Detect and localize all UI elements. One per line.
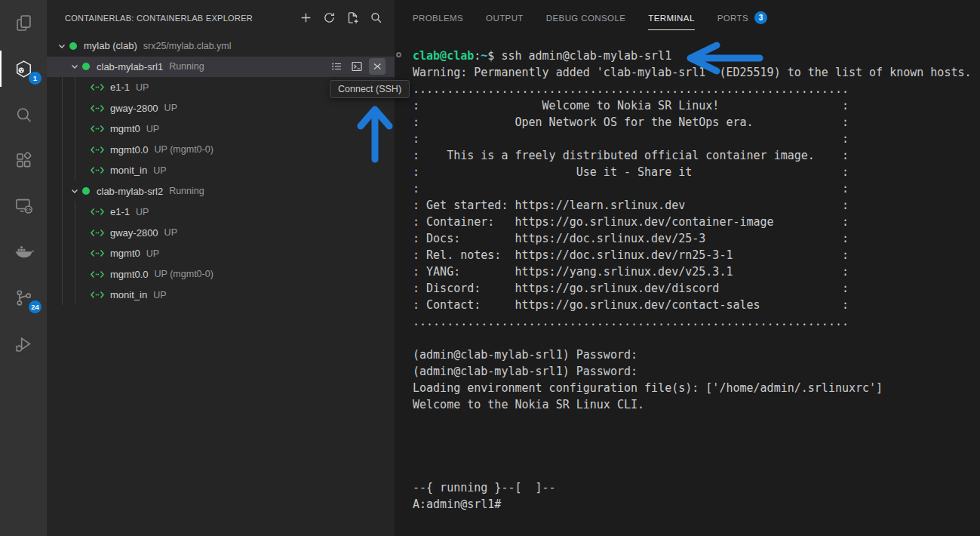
activity-remote-explorer[interactable] bbox=[0, 187, 47, 223]
tree-interface-monit-in[interactable]: monit_in UP bbox=[47, 160, 395, 181]
terminal-line: Loading environment configuration file(s… bbox=[413, 380, 972, 396]
terminal-line: Welcome to the Nokia SR Linux CLI. bbox=[413, 396, 972, 413]
tree-interface-mgmt0[interactable]: mgmt0 UP bbox=[47, 243, 395, 264]
tree-lab-mylab[interactable]: mylab (clab) srx25/mylab.clab.yml bbox=[47, 35, 395, 57]
panel-tabs: PROBLEMS OUTPUT DEBUG CONSOLE TERMINAL P… bbox=[413, 0, 767, 35]
tab-debug-console[interactable]: DEBUG CONSOLE bbox=[546, 0, 626, 35]
tree-item-label: clab-mylab-srl2 bbox=[97, 186, 163, 197]
prompt-user-host: clab@clab bbox=[413, 49, 474, 63]
node-connect-ssh-button[interactable] bbox=[369, 58, 386, 75]
interface-icon bbox=[90, 270, 105, 279]
annotation-arrow-left bbox=[681, 39, 766, 77]
tree-item-label: e1-1 bbox=[110, 206, 130, 217]
interface-icon bbox=[90, 249, 105, 257]
terminal-line: : This is a freely distributed official … bbox=[413, 147, 972, 164]
tab-output[interactable]: OUTPUT bbox=[486, 0, 524, 35]
terminal-line bbox=[413, 463, 972, 479]
terminal-line bbox=[413, 430, 972, 446]
activity-source-control[interactable]: 24 bbox=[0, 279, 47, 316]
terminal-line: : Docs: https://doc.srlinux.dev/25-3 : bbox=[413, 230, 972, 247]
tree-item-label: gway-2800 bbox=[110, 227, 158, 239]
tree-item-description: UP (mgmt0-0) bbox=[155, 144, 214, 155]
terminal-line: ........................................… bbox=[413, 313, 972, 330]
extensions-icon bbox=[14, 150, 34, 171]
new-lab-file-button[interactable] bbox=[344, 10, 361, 26]
source-control-badge: 24 bbox=[29, 300, 41, 313]
node-status-dot bbox=[82, 63, 90, 70]
tab-terminal[interactable]: TERMINAL bbox=[648, 0, 694, 35]
terminal-line: : YANG: https://yang.srlinux.dev/v25.3.1… bbox=[413, 263, 972, 280]
interface-icon bbox=[90, 146, 105, 154]
search-icon bbox=[14, 105, 34, 125]
interface-icon bbox=[90, 83, 105, 91]
terminal-line: : Discord: https://go.srlinux.dev/discor… bbox=[413, 280, 972, 297]
refresh-button[interactable] bbox=[321, 10, 337, 26]
row-inline-actions bbox=[328, 57, 386, 78]
tree-item-label: monit_in bbox=[110, 165, 147, 176]
containerlab-badge: 1 bbox=[29, 72, 41, 85]
debug-icon bbox=[14, 334, 34, 354]
terminal-line: (admin@clab-mylab-srl1) Password: bbox=[413, 363, 972, 380]
activity-containerlab[interactable]: 1 bbox=[0, 51, 47, 87]
tree-interface-gway-2800[interactable]: gway-2800 UP bbox=[47, 223, 395, 244]
tree-item-description: UP bbox=[164, 227, 177, 238]
terminal-line: : : bbox=[413, 131, 972, 147]
prompt-path: ~ bbox=[481, 49, 487, 63]
node-properties-button[interactable] bbox=[328, 58, 345, 75]
terminal-line: ........................................… bbox=[413, 81, 972, 97]
command-decoration-circle bbox=[396, 52, 401, 57]
terminal-line: : Rel. notes: https://doc.srlinux.dev/rn… bbox=[413, 247, 972, 263]
tree-item-label: mgmt0 bbox=[110, 248, 140, 259]
terminal-line: : Contact: https://go.srlinux.dev/contac… bbox=[413, 297, 972, 313]
tree-item-description: UP bbox=[136, 82, 149, 93]
tree-item-label: mgmt0 bbox=[110, 123, 140, 134]
interface-icon bbox=[90, 208, 105, 216]
tree-item-description: UP bbox=[153, 290, 166, 300]
tree-item-label: mylab (clab) bbox=[84, 40, 137, 51]
tree-item-label: mgmt0.0 bbox=[110, 269, 149, 280]
terminal-line: (admin@clab-mylab-srl1) Password: bbox=[413, 347, 972, 363]
tree-item-description: UP bbox=[164, 103, 177, 113]
terminal-line bbox=[413, 446, 972, 463]
add-lab-button[interactable] bbox=[297, 10, 314, 26]
activity-search[interactable] bbox=[0, 97, 47, 133]
activity-docker[interactable] bbox=[0, 233, 47, 269]
tab-problems[interactable]: PROBLEMS bbox=[413, 0, 463, 35]
tree-item-description: UP bbox=[136, 207, 149, 217]
tree-interface-gway-2800[interactable]: gway-2800 UP bbox=[47, 98, 395, 119]
node-shell-button[interactable] bbox=[349, 58, 365, 75]
tree-item-description: UP (mgmt0-0) bbox=[155, 269, 214, 279]
terminal-output[interactable]: clab@clab:~$ ssh admin@clab-mylab-srl1 W… bbox=[413, 48, 972, 513]
tree-interface-monit-in[interactable]: monit_in UP bbox=[47, 285, 395, 306]
refresh-icon bbox=[323, 11, 336, 24]
lab-status-dot bbox=[69, 42, 77, 50]
tree-interface-mgmt0-0[interactable]: mgmt0.0 UP (mgmt0-0) bbox=[47, 140, 395, 161]
tree-item-label: e1-1 bbox=[110, 82, 130, 93]
tree-item-description: UP bbox=[146, 248, 159, 259]
tab-ports[interactable]: PORTS3 bbox=[717, 0, 767, 35]
activity-bar: 1 24 bbox=[0, 0, 47, 536]
chevron-down-icon bbox=[70, 186, 82, 196]
list-icon bbox=[330, 60, 343, 72]
tree-node-clab-mylab-srl2[interactable]: clab-mylab-srl2 Running bbox=[47, 181, 395, 202]
tree-interface-mgmt0-0[interactable]: mgmt0.0 UP (mgmt0-0) bbox=[47, 264, 395, 285]
tree-item-description: srx25/mylab.clab.yml bbox=[143, 41, 232, 51]
interface-icon bbox=[90, 229, 105, 237]
tree-interface-e1-1[interactable]: e1-1 UP bbox=[47, 202, 395, 223]
tree-item-description: UP bbox=[153, 165, 166, 176]
activity-extensions[interactable] bbox=[0, 142, 47, 178]
terminal-line: : Welcome to Nokia SR Linux! : bbox=[413, 97, 972, 114]
tree-node-clab-mylab-srl1[interactable]: clab-mylab-srl1 Running bbox=[47, 57, 395, 78]
files-icon bbox=[14, 13, 34, 33]
filter-search-button[interactable] bbox=[367, 10, 384, 26]
search-icon bbox=[370, 11, 382, 24]
activity-run-debug[interactable] bbox=[0, 325, 47, 362]
vscode-window: 1 24 CONTAINERLAB: CONTAINERLAB EXPLORER bbox=[0, 0, 980, 536]
sidebar-actions bbox=[297, 10, 384, 26]
bottom-panel: PROBLEMS OUTPUT DEBUG CONSOLE TERMINAL P… bbox=[395, 0, 980, 536]
tree-interface-mgmt0[interactable]: mgmt0 UP bbox=[47, 119, 395, 140]
terminal-line: : Container: https://go.srlinux.dev/cont… bbox=[413, 214, 972, 230]
tree-item-description: UP bbox=[146, 124, 159, 134]
plus-icon bbox=[300, 11, 312, 24]
activity-explorer[interactable] bbox=[0, 5, 47, 41]
